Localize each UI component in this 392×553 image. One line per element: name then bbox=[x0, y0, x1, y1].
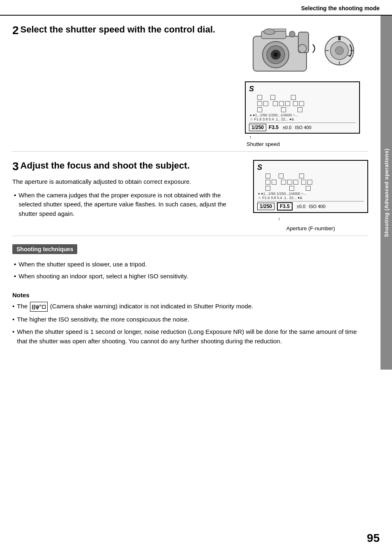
lcd2-af-grid bbox=[265, 174, 364, 191]
lcd-display-2: S bbox=[253, 160, 368, 213]
svg-point-7 bbox=[289, 31, 295, 37]
lcd-display-1: S bbox=[245, 81, 360, 134]
note-text-2: The higher the ISO sensitivity, the more… bbox=[17, 315, 189, 324]
shutter-speed-arrow: ↑ bbox=[249, 134, 251, 140]
notes-section: Notes • The ((ψ°◻ (Camera shake warning)… bbox=[12, 287, 368, 357]
aperture-arrow: ↑ bbox=[278, 216, 280, 222]
lcd1-info-bar1: ♦ ●1...1/90 1/250...1/4000 ÷... bbox=[250, 113, 356, 117]
section2: 2 Select the shutter speed with the cont… bbox=[12, 16, 368, 152]
section3-left: 3 Adjust the focus and shoot the subject… bbox=[12, 160, 245, 221]
lcd1-bottom-bar: 1/250 F3.5 ±0.0 ISO 400 bbox=[249, 123, 356, 131]
step3-title: Adjust the focus and shoot the subject. bbox=[21, 160, 190, 172]
technique-text-1: When the shutter speed is slower, use a … bbox=[18, 260, 147, 269]
note-text-after-1: (Camera shake warning) indicator is not … bbox=[50, 302, 253, 311]
note-text-before-1: The bbox=[17, 302, 28, 311]
camera-shake-warning-icon: ((ψ°◻ bbox=[30, 302, 48, 312]
page-number: 95 bbox=[367, 532, 380, 545]
page-header: Selecting the shooting mode bbox=[0, 0, 392, 16]
lcd1-container: S bbox=[245, 81, 360, 147]
section3: 3 Adjust the focus and shoot the subject… bbox=[12, 152, 368, 236]
technique-text-2: When shooting an indoor sport, select a … bbox=[18, 272, 188, 281]
svg-rect-9 bbox=[274, 29, 286, 31]
lcd2-info-bar1: ♦ ●1...1/90 1/250...1/4000 ÷... bbox=[258, 192, 364, 196]
svg-point-10 bbox=[298, 44, 307, 53]
side-tab: Shooting (Advanced operations) bbox=[380, 16, 392, 370]
svg-point-6 bbox=[274, 53, 278, 57]
lcd1-info-bar2: ☆ F1.6 3.8 5.4 .1.. 22... ●& bbox=[250, 117, 356, 121]
step2-heading: 2 Select the shutter speed with the cont… bbox=[12, 24, 228, 37]
svg-point-13 bbox=[335, 46, 344, 55]
shutter-arrow-container: ↑ bbox=[245, 134, 360, 140]
lcd2-exposure: ±0.0 bbox=[297, 204, 305, 209]
shooting-techniques-section: Shooting techniques • When the shutter s… bbox=[12, 236, 368, 287]
header-title: Selecting the shooting mode bbox=[301, 5, 380, 12]
lcd2-shutter-speed: 1/250 bbox=[257, 203, 274, 210]
step3-body-text: The aperture is automatically adjusted t… bbox=[12, 177, 245, 187]
shutter-speed-label: Shutter speed bbox=[247, 141, 280, 147]
section2-left: 2 Select the shutter speed with the cont… bbox=[12, 24, 228, 41]
section2-right: S bbox=[237, 24, 368, 147]
notes-title: Notes bbox=[12, 292, 368, 298]
aperture-label: Aperture (F-number) bbox=[286, 225, 335, 231]
aperture-arrow-container: ↑ bbox=[253, 216, 368, 222]
dial-closeup-illustration bbox=[323, 34, 356, 67]
technique-bullet-2: • When shooting an indoor sport, select … bbox=[12, 272, 368, 281]
camera-body-illustration bbox=[249, 24, 319, 77]
side-tab-label: Shooting (Advanced operations) bbox=[383, 148, 390, 237]
techniques-badge: Shooting techniques bbox=[12, 244, 77, 254]
lcd1-shutter-speed: 1/250 bbox=[249, 124, 266, 131]
main-content: 2 Select the shutter speed with the cont… bbox=[0, 16, 392, 370]
aperture-label-container: Aperture (F-number) bbox=[253, 224, 368, 231]
technique-bullet-dot-1: • bbox=[14, 260, 16, 269]
lcd2-aperture: F3.5 bbox=[277, 202, 293, 211]
step3-number: 3 bbox=[12, 160, 19, 173]
svg-rect-18 bbox=[338, 36, 341, 40]
step2-number: 2 bbox=[12, 24, 19, 37]
lcd1-af-grid bbox=[257, 95, 356, 112]
lcd1-aperture: F3.5 bbox=[269, 125, 279, 130]
lcd1-exposure: ±0.0 bbox=[283, 125, 291, 130]
lcd1-iso: ISO 400 bbox=[295, 125, 311, 130]
lcd2-info-bar2: ☆ F1.6 3.8 5.4 .1.. 22... ●& bbox=[258, 196, 364, 200]
lcd2-mode: S bbox=[257, 163, 364, 172]
step3-heading: 3 Adjust the focus and shoot the subject… bbox=[12, 160, 245, 173]
content-area: 2 Select the shutter speed with the cont… bbox=[0, 16, 380, 370]
step2-title: Select the shutter speed with the contro… bbox=[21, 24, 215, 36]
note-dot-2: • bbox=[12, 315, 14, 324]
camera-images bbox=[249, 24, 356, 77]
lcd1-mode: S bbox=[249, 85, 356, 93]
note-item-3: • When the shutter speed is 1 second or … bbox=[12, 327, 368, 346]
bullet-dot: • bbox=[14, 191, 16, 200]
section3-right: S bbox=[253, 160, 368, 231]
technique-bullet-dot-2: • bbox=[14, 272, 16, 281]
step3-bullet-text: When the camera judges that the proper e… bbox=[18, 191, 245, 219]
lcd2-bottom-bar: 1/250 F3.5 ±0.0 ISO 400 bbox=[257, 201, 364, 211]
note-item-2: • The higher the ISO sensitivity, the mo… bbox=[12, 315, 368, 324]
note-dot-3: • bbox=[12, 327, 14, 337]
note-text-3: When the shutter speed is 1 second or lo… bbox=[17, 327, 368, 346]
page-container: Selecting the shooting mode 2 Select the… bbox=[0, 0, 392, 553]
shutter-speed-label-container: Shutter speed bbox=[245, 140, 360, 147]
lcd2-iso: ISO 400 bbox=[309, 204, 325, 209]
technique-bullet-1: • When the shutter speed is slower, use … bbox=[12, 260, 368, 269]
note-item-1: • The ((ψ°◻ (Camera shake warning) indic… bbox=[12, 302, 368, 312]
step3-bullet: • When the camera judges that the proper… bbox=[12, 191, 245, 219]
note-dot-1: • bbox=[12, 302, 14, 311]
